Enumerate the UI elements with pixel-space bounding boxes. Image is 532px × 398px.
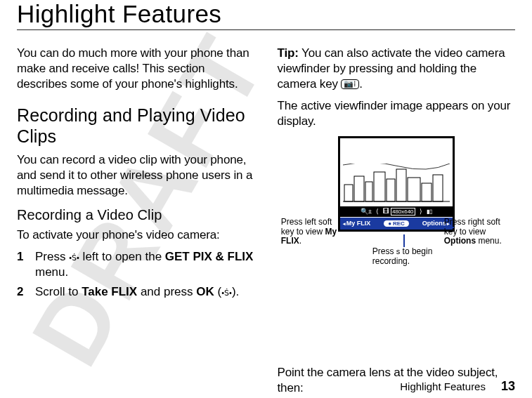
callout-right-softkey: Press right soft key to view Options men…: [444, 218, 512, 246]
svg-rect-0: [344, 185, 353, 201]
svg-rect-6: [408, 178, 420, 201]
svg-rect-4: [387, 179, 395, 201]
activate-camera-paragraph: To activate your phone's video camera:: [17, 227, 255, 243]
step-number: 1: [17, 249, 25, 280]
soft-center-rec-label: ● REC: [384, 220, 409, 227]
text: .: [359, 77, 363, 91]
text: Press right soft key to view: [444, 217, 500, 237]
record-send-paragraph: You can record a video clip with your ph…: [17, 152, 255, 198]
text: You can also activate the video camera v…: [278, 46, 505, 91]
page-title: Highlight Features: [17, 0, 515, 28]
text: left to open the: [79, 250, 165, 263]
page: Highlight Features You can do much more …: [0, 0, 532, 398]
soft-key-bar: ◂My FLIX ● REC Options▸: [340, 218, 453, 230]
tip-paragraph: Tip: You can also activate the video cam…: [278, 46, 516, 91]
text: menu.: [476, 236, 502, 246]
svg-rect-1: [354, 176, 364, 201]
arrow-left-icon: ⟨: [376, 208, 379, 215]
left-steps-list: 1 Press •Ṡ• left to open the GET PIX & F…: [17, 249, 255, 300]
cityscape-illustration: [343, 164, 450, 203]
text: ).: [232, 285, 239, 298]
soft-left-label: ◂My FLIX: [342, 220, 371, 227]
viewfinder-paragraph: The active viewfinder image appears on y…: [278, 98, 516, 129]
svg-rect-5: [396, 169, 406, 201]
title-rule: [17, 29, 515, 30]
film-icon: 🎞: [383, 208, 389, 215]
step-number: 2: [17, 284, 25, 300]
footer-title: Highlight Features: [400, 380, 486, 392]
ok-label: OK: [196, 285, 214, 298]
svg-rect-2: [365, 182, 372, 201]
svg-rect-7: [422, 183, 432, 201]
section-heading-recording-playing: Recording and Playing Video Clips: [17, 105, 255, 147]
nav-key-icon: •Ṡ•: [69, 253, 79, 263]
text: .: [299, 236, 301, 246]
center-key-icon: •Ṡ•: [221, 288, 232, 298]
take-flix-label: Take FLIX: [82, 285, 137, 298]
step-text: Scroll to Take FLIX and press OK (•Ṡ•).: [35, 284, 239, 300]
battery-time-icon: ▮▯: [427, 208, 432, 215]
callout-options: Options: [444, 236, 476, 246]
camera-key-icon: 📷⁞: [341, 79, 359, 89]
tip-label: Tip:: [278, 46, 299, 60]
text: menu.: [35, 265, 68, 279]
two-column-body: You can do much more with your phone tha…: [17, 46, 515, 398]
text: Scroll to: [35, 285, 82, 298]
callout-left-softkey: Press left soft key to view My FLIX.: [281, 218, 343, 246]
resolution-value: 480x640: [391, 208, 415, 215]
step-text: Press •Ṡ• left to open the GET PIX & FLI…: [35, 249, 255, 280]
menu-name-get-pix-flix: GET PIX & FLIX: [165, 250, 254, 263]
viewfinder-diagram: 🔍± ⟨ 🎞 480x640 ⟩ ▮▯ ◂My FLIX ● REC Optio…: [281, 136, 512, 359]
subheading-recording-clip: Recording a Video Clip: [17, 207, 255, 223]
text: Press: [35, 250, 69, 263]
zoom-icon: 🔍±: [361, 208, 372, 215]
text: and press: [137, 285, 196, 298]
svg-rect-8: [433, 175, 443, 201]
svg-rect-3: [374, 172, 385, 201]
arrow-right-icon: ⟩: [420, 208, 422, 215]
intro-paragraph: You can do much more with your phone tha…: [17, 46, 255, 91]
callout-center-key: Press s to begin recording.: [372, 247, 457, 267]
status-bar: 🔍± ⟨ 🎞 480x640 ⟩ ▮▯: [340, 206, 453, 217]
resolution-indicator: 🎞 480x640: [383, 208, 415, 215]
text: (: [214, 285, 221, 298]
connector-line: [403, 234, 405, 247]
phone-screen: 🔍± ⟨ 🎞 480x640 ⟩ ▮▯ ◂My FLIX ● REC Optio…: [338, 136, 455, 232]
text: Press: [372, 246, 396, 256]
left-step-1: 1 Press •Ṡ• left to open the GET PIX & F…: [17, 249, 255, 280]
page-number: 13: [501, 379, 515, 393]
left-step-2: 2 Scroll to Take FLIX and press OK (•Ṡ•)…: [17, 284, 255, 300]
page-footer: Highlight Features13: [400, 379, 515, 394]
